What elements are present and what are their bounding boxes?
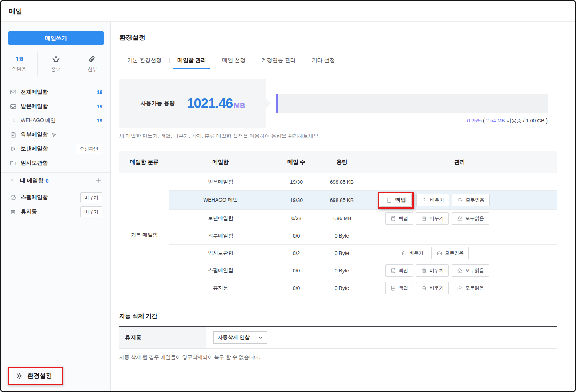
- sidebar-item-spam[interactable]: 스팸메일함 비우기: [1, 190, 110, 205]
- chevron-down-icon: [258, 335, 263, 340]
- plus-icon[interactable]: [95, 177, 102, 184]
- auto-delete-row-label: 휴지통: [119, 327, 206, 348]
- folder-count: 19: [97, 118, 102, 124]
- app-title: 메일: [9, 7, 22, 16]
- settings-button-highlighted[interactable]: 환경설정: [8, 367, 63, 385]
- settings-tabs: 기본 환경설정 메일함 관리 메일 설정 계정연동 관리 기타 설정: [119, 52, 557, 69]
- usage-area: 0.25% ( 2.54 MB 사용중 / 1.00 GB ): [266, 79, 557, 128]
- usage-progress-bar: [276, 94, 548, 113]
- divider: [1, 82, 110, 82]
- usage-percent: 0.25%: [467, 118, 482, 124]
- attachment-label: 첨부: [88, 66, 97, 73]
- main-content: 환경설정 기본 환경설정 메일함 관리 메일 설정 계정연동 관리 기타 설정 …: [111, 22, 575, 391]
- empty-button[interactable]: 비우기: [416, 282, 449, 294]
- important-label: 중요: [51, 66, 61, 73]
- corner-icon: [12, 118, 17, 123]
- table-row: 휴지통 0/0 0 Byte 백업 비우기: [169, 279, 557, 297]
- open-envelope-icon: [436, 250, 442, 256]
- mail-stats: 19 안읽음 중요 첨부: [1, 52, 110, 76]
- my-mailbox-count: 0: [45, 178, 48, 184]
- backup-button[interactable]: 백업: [385, 264, 413, 277]
- sidebar-item-drafts[interactable]: 임시보관함: [1, 156, 110, 170]
- read-all-button[interactable]: 모두읽음: [431, 247, 469, 259]
- sidebar-item-inbox[interactable]: 받은메일함 19: [1, 99, 110, 113]
- auto-delete-note: 자동 삭제 될 경우 메일들이 영구삭제되어 복구 할 수 없습니다.: [119, 354, 557, 361]
- auto-delete-row: 휴지통 자동삭제 안함: [119, 326, 557, 349]
- open-envelope-icon: [457, 285, 463, 291]
- auto-delete-select[interactable]: 자동삭제 안함: [213, 331, 267, 344]
- external-mail-icon: [10, 132, 16, 138]
- trash-icon: [421, 215, 427, 221]
- trash-icon: [421, 285, 427, 291]
- tab-other-settings[interactable]: 기타 설정: [304, 52, 343, 69]
- receipt-check-button[interactable]: 수신확인: [76, 144, 102, 154]
- empty-button[interactable]: 비우기: [396, 247, 428, 259]
- trash-icon: [421, 268, 427, 274]
- storage-panel: 사용가능 용량 1021.46MB 0.25% ( 2.54 MB 사용중 / …: [119, 79, 557, 128]
- open-envelope-icon: [457, 215, 463, 221]
- app-window: 메일 메일쓰기 19 안읽음 중요 첨부: [0, 0, 576, 392]
- table-row: 받은메일함 19/30 698.85 KB: [169, 173, 557, 191]
- backup-button[interactable]: 백업: [380, 194, 412, 207]
- table-row: 임시보관함 0/2 0 Byte 비우기 모두읽음: [169, 245, 557, 262]
- capacity-unit: MB: [234, 101, 245, 109]
- chevron-up-icon[interactable]: [10, 178, 15, 183]
- divider: [181, 97, 181, 110]
- tab-mail-settings[interactable]: 메일 설정: [214, 52, 253, 69]
- sidebar-item-all-mail[interactable]: 전체메일함 19: [1, 85, 110, 99]
- backup-button-highlight-box: 백업: [378, 192, 414, 209]
- stat-unread[interactable]: 19 안읽음: [1, 52, 37, 76]
- gear-icon: [16, 372, 23, 380]
- table-header: 메일함 분류 메일함 메일 수 용량 관리: [119, 151, 557, 173]
- unread-label: 안읽음: [12, 66, 26, 72]
- app-header: 메일: [1, 1, 575, 22]
- table-row: 외부메일함 0/0 0 Byte: [169, 227, 557, 245]
- sidebar-item-my-mailbox[interactable]: 내 메일함 0: [1, 172, 110, 189]
- folder-list: 전체메일함 19 받은메일함 19 WEHAGO 메일 19 외부메일함: [1, 85, 110, 170]
- empty-trash-button[interactable]: 비우기: [80, 206, 102, 217]
- folder-icon: [10, 160, 16, 166]
- stat-attachment[interactable]: 첨부: [74, 52, 110, 76]
- sidebar-item-wehago-mail[interactable]: WEHAGO 메일 19: [1, 113, 110, 128]
- tab-basic-settings[interactable]: 기본 환경설정: [119, 52, 169, 69]
- gear-icon[interactable]: [51, 132, 56, 137]
- management-hint: 새 메일함 만들기, 백업, 비우기, 삭제, 분류 메일함 설정을 이용하여 …: [119, 133, 557, 140]
- sidebar-item-trash[interactable]: 휴지통 비우기: [1, 205, 110, 219]
- read-all-button[interactable]: 모두읽음: [452, 194, 490, 206]
- empty-button[interactable]: 비우기: [416, 212, 449, 225]
- folder-count: 19: [97, 104, 102, 109]
- sidebar-item-external-mail[interactable]: 외부메일함: [1, 128, 110, 142]
- capacity-value: 1021.46: [187, 96, 233, 111]
- inbox-icon: [10, 103, 16, 110]
- sidebar-item-sent-mail[interactable]: 보낸메일함 수신확인: [1, 142, 110, 156]
- tab-mailbox-management[interactable]: 메일함 관리: [169, 52, 214, 69]
- used-amount: 2.54 MB: [486, 118, 505, 124]
- usage-text: 0.25% ( 2.54 MB 사용중 / 1.00 GB ): [266, 118, 548, 124]
- compose-button[interactable]: 메일쓰기: [8, 31, 104, 45]
- read-all-button[interactable]: 모두읽음: [452, 282, 489, 294]
- stat-important[interactable]: 중요: [37, 52, 74, 76]
- mailbox-table: 메일함 분류 메일함 메일 수 용량 관리 기본 메일함 받은메일함 19/30…: [119, 151, 557, 297]
- page-title: 환경설정: [119, 33, 557, 42]
- paperclip-icon: [88, 55, 97, 64]
- empty-button[interactable]: 비우기: [416, 194, 449, 206]
- open-envelope-icon: [457, 197, 463, 203]
- star-icon: [52, 55, 60, 64]
- folder-count: 19: [97, 89, 102, 95]
- open-envelope-icon: [457, 268, 463, 274]
- auto-delete-select-value: 자동삭제 안함: [218, 334, 250, 341]
- database-icon: [390, 285, 396, 291]
- tab-account-link[interactable]: 계정연동 관리: [254, 52, 304, 69]
- backup-button[interactable]: 백업: [385, 212, 413, 225]
- read-all-button[interactable]: 모두읽음: [452, 264, 489, 277]
- table-row-highlighted: WEHAGO 메일 19/30 698.85 KB 백업: [169, 191, 557, 210]
- empty-button[interactable]: 비우기: [416, 264, 449, 277]
- backup-button[interactable]: 백업: [385, 282, 413, 294]
- read-all-button[interactable]: 모두읽음: [452, 212, 489, 225]
- usage-suffix: 사용중 / 1.00 GB ): [506, 118, 548, 124]
- sidebar: 메일쓰기 19 안읽음 중요 첨부 전체메일함: [1, 22, 111, 391]
- database-icon: [390, 215, 396, 221]
- empty-spam-button[interactable]: 비우기: [80, 192, 102, 203]
- trash-icon: [422, 197, 427, 203]
- table-row: 스팸메일함 0/0 0 Byte 백업 비우기: [169, 262, 557, 279]
